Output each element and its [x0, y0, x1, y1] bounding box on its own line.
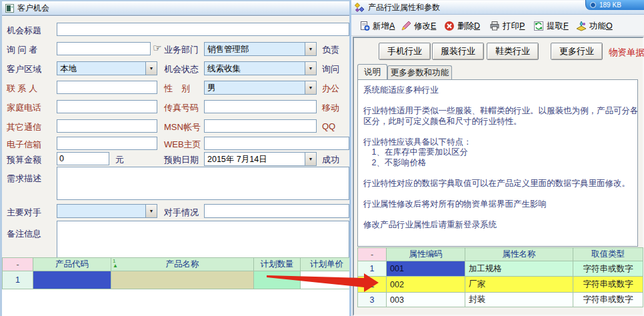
description-line: 修改产品行业属性后请重新登录系统: [358, 219, 637, 230]
description-line: 行业属性修改后将对所有的物资单据界面产生影响: [358, 199, 637, 209]
attr-cell-code[interactable]: 002: [386, 276, 465, 293]
chevron-down-icon[interactable]: ▼: [305, 43, 316, 55]
attr-cell-type[interactable]: 字符串或数字: [573, 261, 643, 277]
opportunity-title-input[interactable]: [57, 23, 349, 36]
left-window-title: 客户机会: [17, 3, 49, 14]
home-phone-input[interactable]: [57, 100, 157, 113]
grid-cell-plan-price[interactable]: [300, 271, 353, 289]
web-label: WEB主页: [164, 139, 201, 151]
industry-button-footwear[interactable]: 鞋类行业: [487, 43, 539, 60]
description-line: 1、在库存中需要加以区分: [358, 147, 637, 157]
attr-cell-code-selected[interactable]: 001: [386, 261, 465, 277]
email-input[interactable]: [57, 137, 157, 150]
rival-value: [57, 205, 145, 217]
grid-cell-product-code-selected[interactable]: [33, 271, 111, 289]
grid-cell-product-name[interactable]: [111, 271, 254, 289]
network-dot-icon: [590, 2, 596, 8]
chevron-down-icon[interactable]: ▼: [305, 81, 316, 94]
function-button[interactable]: 功能O: [576, 18, 613, 34]
purchase-date-label: 预购日期: [164, 154, 199, 166]
web-input[interactable]: [204, 137, 349, 150]
grid-corner-header: -: [2, 257, 33, 271]
grid-header-product-name[interactable]: 产品名称: [111, 257, 254, 271]
attr-cell-name[interactable]: 封装: [465, 292, 573, 307]
attr-row-number[interactable]: 1: [357, 261, 387, 277]
budget-label: 预算金额: [7, 154, 41, 166]
network-speed-badge[interactable]: 189 KB: [585, 0, 644, 10]
gender-label: 性 别: [164, 83, 190, 95]
attr-row-number[interactable]: 3: [357, 292, 387, 307]
right-window-title: 产品行业属性和参数: [368, 2, 440, 13]
grid-row-number[interactable]: 1: [2, 271, 33, 289]
description-line: 2、不影响价格: [358, 157, 637, 168]
msn-input[interactable]: [204, 119, 317, 133]
status-label: 机会状态: [164, 63, 199, 75]
rival-info-input[interactable]: [204, 204, 349, 218]
chevron-down-icon[interactable]: ▼: [305, 153, 316, 165]
form-frame-divider: [2, 15, 353, 17]
extract-button[interactable]: 提取F: [533, 18, 569, 34]
home-phone-label: 家庭电话: [7, 102, 41, 114]
department-value: 销售管理部: [205, 43, 305, 55]
network-speed-text: 189 KB: [599, 1, 621, 9]
attr-header-name[interactable]: 属性名称: [465, 247, 573, 261]
office-label-clipped: 办公: [322, 83, 339, 95]
fax-input[interactable]: [204, 100, 317, 113]
region-select[interactable]: 本地 ▼: [57, 61, 157, 75]
attr-row-number[interactable]: 2: [357, 276, 387, 293]
attr-cell-type[interactable]: 字符串或数字: [573, 276, 643, 293]
grid-cell-plan-qty[interactable]: [253, 271, 301, 289]
hand-pointer-icon[interactable]: ☞: [153, 42, 161, 54]
contact-input[interactable]: [57, 81, 157, 94]
tab-more-parameters[interactable]: 更多参数和功能: [387, 65, 452, 79]
chevron-down-icon[interactable]: ▼: [305, 62, 316, 75]
print-button[interactable]: 打印P: [489, 18, 525, 34]
tab-description[interactable]: 说明: [357, 64, 387, 79]
industry-button-mobile[interactable]: 手机行业: [379, 43, 431, 60]
edit-icon: [401, 21, 411, 31]
budget-input[interactable]: 0: [57, 152, 109, 165]
grid-header-product-code[interactable]: 产品代码: [33, 257, 111, 271]
grid-header-plan-qty[interactable]: 计划数量: [253, 257, 301, 271]
department-label: 业务部门: [164, 44, 199, 56]
industry-button-more[interactable]: 更多行业: [551, 43, 603, 60]
purchase-date-select[interactable]: 2015年 7月14日 ▼: [204, 152, 317, 166]
attr-header-type[interactable]: 取值类型: [573, 247, 643, 261]
attr-corner-header: -: [357, 247, 387, 261]
attr-cell-name[interactable]: 厂家: [465, 276, 573, 293]
delete-button[interactable]: 删除D: [444, 18, 480, 34]
department-select[interactable]: 销售管理部 ▼: [204, 42, 317, 56]
gender-select[interactable]: 男 ▼: [204, 81, 317, 95]
chevron-down-icon[interactable]: ▼: [145, 205, 157, 217]
add-icon: [359, 21, 370, 31]
grid-header-plan-price[interactable]: 计划单价: [300, 257, 353, 271]
function-icon: [576, 21, 587, 31]
description-line: 行业特性应该具备以下特点：: [358, 137, 637, 147]
inquirer-input[interactable]: [57, 42, 151, 55]
remark-textarea[interactable]: [57, 221, 349, 259]
edit-button[interactable]: 修改E: [401, 18, 436, 34]
rival-label: 主要对手: [7, 207, 41, 219]
fax-label: 传真号码: [164, 102, 199, 114]
other-comm-input[interactable]: [57, 119, 157, 133]
description-line: 行业特性对应的数据字典取值可以在产品定义里面的数据字典里面修改。: [358, 178, 637, 189]
form-window-icon: [5, 4, 14, 13]
email-label: 电子信箱: [7, 139, 41, 151]
industry-button-clothing[interactable]: 服装行业: [432, 43, 484, 60]
attr-cell-name[interactable]: 加工规格: [465, 261, 573, 277]
attr-cell-type[interactable]: 字符串或数字: [573, 292, 643, 307]
attr-cell-code[interactable]: 003: [386, 292, 465, 307]
chevron-down-icon[interactable]: ▼: [145, 62, 157, 75]
status-select[interactable]: 线索收集 ▼: [204, 61, 317, 75]
attr-header-code[interactable]: 属性编码: [386, 247, 465, 261]
contact-label: 联 系 人: [7, 83, 37, 95]
extract-refresh-icon: [533, 21, 544, 31]
other-comm-label: 其它通信: [7, 121, 41, 133]
description-line: [358, 209, 637, 219]
rival-select[interactable]: ▼: [57, 204, 157, 218]
sort-indicator: 1 ▲: [113, 259, 118, 268]
demand-textarea[interactable]: [57, 167, 349, 200]
remark-label: 备注信息: [7, 228, 41, 240]
left-window-titlebar[interactable]: 客户机会: [2, 1, 351, 15]
add-button[interactable]: 新增A: [359, 18, 395, 34]
